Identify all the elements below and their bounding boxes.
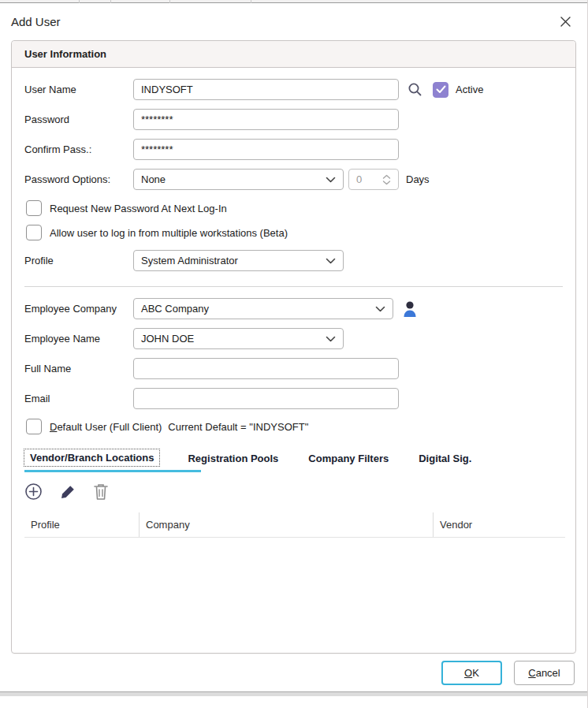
profile-label: Profile bbox=[24, 255, 133, 266]
confirm-password-row: Confirm Pass.: bbox=[24, 139, 563, 160]
employee-name-value: JOHN DOE bbox=[141, 333, 194, 345]
employee-company-row: Employee Company ABC Company bbox=[24, 298, 563, 319]
request-new-password-row: Request New Password At Next Log-In bbox=[26, 200, 563, 216]
ok-button[interactable]: OK bbox=[441, 661, 502, 685]
edge-tick bbox=[169, 0, 170, 3]
employee-company-select[interactable]: ABC Company bbox=[133, 298, 393, 319]
tab-vendor-branch-locations[interactable]: Vendor/Branch Locations bbox=[24, 449, 159, 466]
user-form: User Name Active Password Confir bbox=[12, 68, 575, 654]
tab-registration-pools[interactable]: Registration Pools bbox=[186, 449, 280, 468]
chevron-down-icon bbox=[326, 177, 336, 183]
default-user-label[interactable]: Default User (Full Client) bbox=[50, 421, 162, 433]
full-name-row: Full Name bbox=[24, 358, 563, 379]
dialog-titlebar: Add User bbox=[0, 3, 587, 39]
column-header-profile[interactable]: Profile bbox=[24, 512, 139, 537]
search-icon[interactable] bbox=[407, 81, 423, 98]
profile-select[interactable]: System Administrator bbox=[133, 250, 344, 271]
employee-company-label: Employee Company bbox=[24, 303, 133, 315]
user-name-label: User Name bbox=[24, 84, 133, 95]
confirm-password-label: Confirm Pass.: bbox=[24, 143, 133, 155]
password-days-stepper[interactable]: 0 bbox=[348, 169, 399, 190]
section-divider bbox=[24, 286, 563, 287]
email-input[interactable] bbox=[133, 388, 399, 409]
active-label[interactable]: Active bbox=[456, 84, 483, 95]
user-name-input[interactable] bbox=[133, 79, 399, 100]
password-label: Password bbox=[24, 114, 133, 125]
full-name-input[interactable] bbox=[133, 358, 399, 379]
column-header-company[interactable]: Company bbox=[139, 512, 433, 537]
chevron-down-icon bbox=[326, 258, 336, 264]
allow-multiple-workstations-checkbox[interactable] bbox=[26, 225, 42, 240]
allow-multiple-workstations-label[interactable]: Allow user to log in from multiple works… bbox=[50, 227, 288, 239]
edge-tick bbox=[79, 0, 80, 3]
add-user-dialog: Add User User Information User Name Acti… bbox=[0, 0, 588, 708]
locations-table: Profile Company Vendor bbox=[24, 512, 565, 654]
active-tab-underline bbox=[24, 470, 201, 472]
password-options-select[interactable]: None bbox=[133, 169, 344, 190]
password-row: Password bbox=[24, 109, 563, 130]
user-information-groupbox: User Information User Name Active Passwo… bbox=[11, 40, 576, 654]
user-name-row: User Name Active bbox=[24, 79, 563, 100]
window-bottom-edge bbox=[0, 691, 587, 696]
active-checkbox[interactable] bbox=[433, 82, 448, 98]
detail-tabs: Vendor/Branch Locations Registration Poo… bbox=[24, 449, 563, 468]
table-body-empty bbox=[24, 538, 565, 654]
delete-row-icon[interactable] bbox=[93, 483, 109, 501]
email-row: Email bbox=[24, 388, 563, 409]
request-new-password-checkbox[interactable] bbox=[26, 200, 42, 216]
table-header-row: Profile Company Vendor bbox=[24, 512, 565, 538]
chevron-down-icon bbox=[326, 336, 336, 342]
tab-digital-sig[interactable]: Digital Sig. bbox=[417, 449, 473, 468]
full-name-label: Full Name bbox=[24, 363, 133, 374]
password-days-value: 0 bbox=[356, 173, 362, 185]
password-input[interactable] bbox=[133, 109, 399, 130]
days-suffix-label: Days bbox=[406, 173, 430, 185]
default-user-checkbox[interactable] bbox=[26, 419, 42, 434]
edge-tick bbox=[251, 0, 251, 3]
groupbox-header: User Information bbox=[12, 41, 575, 68]
check-icon bbox=[436, 85, 446, 94]
add-row-icon[interactable] bbox=[24, 483, 43, 501]
cancel-button[interactable]: Cancel bbox=[514, 661, 575, 685]
background-window-edge bbox=[0, 0, 587, 3]
dialog-footer: OK Cancel bbox=[0, 654, 587, 685]
email-label: Email bbox=[24, 393, 133, 404]
tab-company-filters[interactable]: Company Filters bbox=[307, 449, 390, 468]
dialog-title: Add User bbox=[11, 15, 61, 28]
profile-row: Profile System Administrator bbox=[24, 250, 563, 271]
edge-tick bbox=[110, 0, 111, 3]
column-header-vendor[interactable]: Vendor bbox=[433, 512, 565, 537]
grid-toolbar bbox=[24, 483, 563, 501]
confirm-password-input[interactable] bbox=[133, 139, 399, 160]
default-user-row: Default User (Full Client) Current Defau… bbox=[26, 419, 563, 434]
password-options-row: Password Options: None 0 Days bbox=[24, 169, 563, 190]
employee-name-row: Employee Name JOHN DOE bbox=[24, 328, 563, 349]
edit-row-icon[interactable] bbox=[59, 483, 76, 501]
close-icon[interactable] bbox=[557, 13, 573, 29]
password-options-value: None bbox=[141, 173, 166, 185]
request-new-password-label[interactable]: Request New Password At Next Log-In bbox=[50, 203, 227, 214]
profile-value: System Administrator bbox=[141, 255, 238, 266]
password-options-label: Password Options: bbox=[24, 173, 133, 185]
employee-name-select[interactable]: JOHN DOE bbox=[133, 328, 344, 349]
chevron-down-icon bbox=[375, 306, 385, 312]
current-default-note: Current Default = "INDYSOFT" bbox=[168, 421, 308, 433]
employee-company-value: ABC Company bbox=[141, 303, 209, 315]
employee-person-icon[interactable] bbox=[401, 300, 419, 319]
spinner-arrows-icon bbox=[382, 174, 391, 185]
employee-name-label: Employee Name bbox=[24, 333, 133, 345]
allow-multiple-workstations-row: Allow user to log in from multiple works… bbox=[26, 225, 563, 240]
